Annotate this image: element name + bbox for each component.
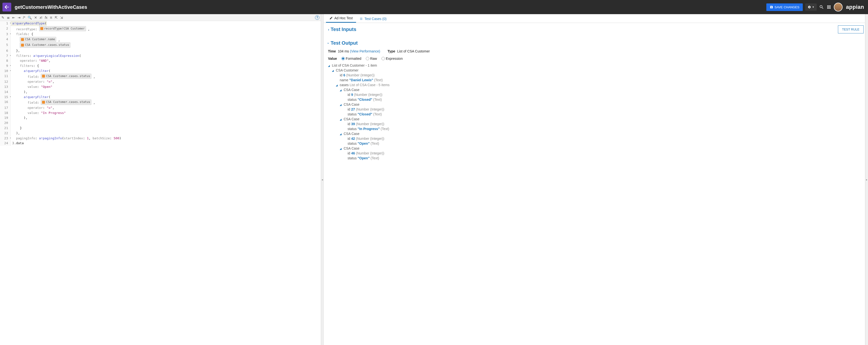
code-line[interactable]: 3▾ fields: {: [0, 32, 321, 37]
save-changes-button[interactable]: SAVE CHANGES: [766, 3, 803, 11]
code-line[interactable]: 2 recordType: recordType!CSA Customer ,: [0, 26, 321, 32]
top-bar: getCustomersWithActiveCases SAVE CHANGES…: [0, 0, 868, 14]
edit-icon[interactable]: ✎: [1, 15, 4, 20]
chevron-down-icon: ›: [327, 42, 331, 44]
app-icon[interactable]: [2, 3, 11, 11]
code-line[interactable]: 24).data: [0, 141, 321, 146]
tree-expand-icon[interactable]: ◢: [332, 69, 335, 72]
pi-icon[interactable]: π: [50, 15, 52, 20]
code-line[interactable]: 22 ),: [0, 131, 321, 136]
code-line[interactable]: 9▾ filters: {: [0, 63, 321, 69]
search-icon[interactable]: [819, 5, 824, 9]
shuffle-icon[interactable]: ✕: [34, 15, 37, 20]
code-line[interactable]: 16 field: CSA Customer.cases.status ,: [0, 100, 321, 105]
value-format-row: Value Formatted Raw Expression: [323, 56, 868, 63]
export-icon[interactable]: ⇱: [55, 15, 58, 20]
code-line[interactable]: 8 operator: "AND",: [0, 58, 321, 63]
tree-expand-icon[interactable]: ◢: [340, 118, 343, 121]
code-line[interactable]: 21 }: [0, 126, 321, 131]
page-title: getCustomersWithActiveCases: [15, 4, 766, 10]
tab-adhoc-test[interactable]: Ad Hoc Test: [326, 14, 356, 23]
chevron-right-icon: ›: [328, 28, 329, 32]
code-line[interactable]: 6 },: [0, 48, 321, 54]
user-avatar[interactable]: [834, 3, 843, 11]
tree-expand-icon[interactable]: ◢: [340, 103, 343, 106]
code-line[interactable]: 7▾ filters: a!queryLogicalExpression(: [0, 54, 321, 59]
record-chip[interactable]: CSA Customer.cases.status: [20, 42, 70, 47]
tree-expand-icon[interactable]: ◢: [340, 89, 343, 92]
radio-formatted[interactable]: Formatted: [341, 57, 362, 61]
code-editor[interactable]: 1▾a!queryRecordType(2 recordType: record…: [0, 21, 321, 345]
tree-expand-icon[interactable]: ◢: [340, 133, 343, 135]
find-icon[interactable]: 🔍: [28, 15, 32, 20]
code-line[interactable]: 11 field: CSA Customer.cases.status ,: [0, 74, 321, 79]
help-icon[interactable]: ?: [315, 15, 319, 20]
tree-expand-icon[interactable]: ◢: [328, 64, 331, 67]
not-x-icon[interactable]: x!: [39, 15, 42, 20]
code-line[interactable]: 10▾ a!queryFilter(: [0, 69, 321, 74]
editor-toolbar: ✎ ≣ ⇤ ⇥ /* 🔍 ✕ x! fx π ⇱ ⇲ ?: [0, 14, 321, 21]
test-output-toggle[interactable]: › Test Output: [328, 40, 358, 46]
code-line[interactable]: 23▾ pagingInfo: a!pagingInfo(startIndex:…: [0, 136, 321, 141]
view-performance-link[interactable]: (View Performance): [350, 49, 380, 53]
brand-logo: appian: [846, 4, 864, 10]
record-chip[interactable]: CSA Customer.cases.status: [41, 74, 91, 79]
right-splitter[interactable]: ▸: [865, 14, 868, 345]
code-line[interactable]: 1▾a!queryRecordType(: [0, 21, 321, 26]
radio-raw[interactable]: Raw: [366, 57, 377, 61]
tree-expand-icon[interactable]: ◢: [340, 147, 343, 150]
comment-icon[interactable]: /*: [23, 15, 25, 20]
record-chip[interactable]: CSA Customer.name: [20, 37, 56, 42]
code-line[interactable]: 18 value: "In Progress": [0, 110, 321, 116]
output-tree: ◢List of CSA Customer - 1 item◢CSA Custo…: [323, 63, 868, 170]
code-line[interactable]: 13 value: "Open": [0, 84, 321, 90]
record-chip[interactable]: recordType!CSA Customer: [39, 26, 86, 31]
output-meta: Time 104 ms (View Performance) Type List…: [323, 48, 868, 56]
indent-icon[interactable]: ⇥: [18, 15, 21, 20]
apps-grid-icon[interactable]: [827, 5, 831, 9]
import-icon[interactable]: ⇲: [60, 15, 63, 20]
code-line[interactable]: 20: [0, 120, 321, 126]
code-line[interactable]: 12 operator: "=",: [0, 79, 321, 84]
code-line[interactable]: 17 operator: "=",: [0, 105, 321, 110]
tree-expand-icon[interactable]: ◢: [336, 84, 339, 87]
list-icon[interactable]: ≣: [7, 15, 10, 20]
tab-test-cases[interactable]: Test Cases (0): [356, 15, 390, 23]
test-inputs-toggle[interactable]: › Test Inputs: [328, 27, 356, 32]
code-editor-pane: ✎ ≣ ⇤ ⇥ /* 🔍 ✕ x! fx π ⇱ ⇲ ? 1▾a!queryRe…: [0, 14, 321, 345]
code-line[interactable]: 5 CSA Customer.cases.status: [0, 42, 321, 48]
record-chip[interactable]: CSA Customer.cases.status: [41, 100, 91, 105]
code-line[interactable]: 15▾ a!queryFilter(: [0, 95, 321, 100]
fx-icon[interactable]: fx: [45, 15, 48, 20]
test-panel: Ad Hoc Test Test Cases (0) › Test Inputs…: [323, 14, 868, 345]
settings-dropdown[interactable]: ▼: [805, 3, 817, 11]
outdent-icon[interactable]: ⇤: [12, 15, 15, 20]
code-line[interactable]: 19 ),: [0, 115, 321, 120]
test-rule-button[interactable]: TEST RULE: [838, 25, 864, 33]
radio-expression[interactable]: Expression: [381, 57, 403, 61]
test-tabs: Ad Hoc Test Test Cases (0): [323, 14, 868, 23]
code-line[interactable]: 4 CSA Customer.name ,: [0, 37, 321, 42]
code-line[interactable]: 14 ),: [0, 90, 321, 95]
horizontal-splitter[interactable]: ◂: [321, 14, 323, 345]
